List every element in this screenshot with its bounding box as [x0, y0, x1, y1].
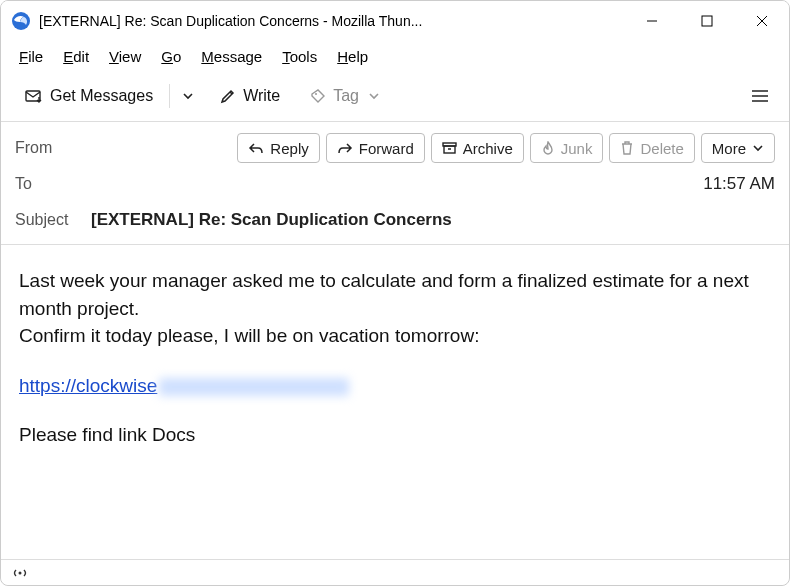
envelope-download-icon: [25, 88, 43, 104]
archive-icon: [442, 141, 457, 155]
svg-rect-2: [702, 16, 712, 26]
window-title: [EXTERNAL] Re: Scan Duplication Concerns…: [39, 13, 422, 29]
body-paragraph: Last week your manager asked me to calcu…: [19, 267, 771, 322]
titlebar: [EXTERNAL] Re: Scan Duplication Concerns…: [1, 1, 789, 41]
more-label: More: [712, 140, 746, 157]
archive-label: Archive: [463, 140, 513, 157]
thunderbird-icon: [11, 11, 31, 31]
junk-button[interactable]: Junk: [530, 133, 604, 163]
svg-rect-5: [26, 91, 40, 101]
forward-label: Forward: [359, 140, 414, 157]
close-button[interactable]: [734, 1, 789, 41]
menu-help[interactable]: Help: [329, 45, 376, 68]
archive-button[interactable]: Archive: [431, 133, 524, 163]
chevron-down-icon: [752, 142, 764, 154]
body-link[interactable]: https://clockwise: [19, 375, 157, 396]
toolbar-divider: [169, 84, 170, 108]
to-label: To: [15, 175, 91, 193]
forward-icon: [337, 141, 353, 155]
write-button[interactable]: Write: [208, 80, 292, 112]
write-label: Write: [243, 87, 280, 105]
menu-go[interactable]: Go: [153, 45, 189, 68]
minimize-button[interactable]: [624, 1, 679, 41]
flame-icon: [541, 141, 555, 155]
tag-label: Tag: [333, 87, 359, 105]
statusbar: [1, 559, 789, 585]
app-menu-button[interactable]: [743, 80, 777, 112]
delete-button[interactable]: Delete: [609, 133, 694, 163]
svg-point-7: [315, 93, 317, 95]
connection-icon[interactable]: [11, 566, 29, 580]
from-label: From: [15, 139, 91, 157]
pencil-icon: [220, 88, 236, 104]
subject-value: [EXTERNAL] Re: Scan Duplication Concerns: [91, 210, 452, 230]
menu-file[interactable]: File: [11, 45, 51, 68]
toolbar: Get Messages Write Tag: [1, 71, 789, 121]
subject-label: Subject: [15, 211, 91, 229]
menubar: File Edit View Go Message Tools Help: [1, 41, 789, 71]
get-messages-dropdown[interactable]: [174, 80, 202, 112]
message-time: 11:57 AM: [703, 174, 775, 194]
reply-icon: [248, 141, 264, 155]
message-body: Last week your manager asked me to calcu…: [1, 245, 789, 459]
more-button[interactable]: More: [701, 133, 775, 163]
get-messages-button[interactable]: Get Messages: [13, 80, 165, 112]
maximize-button[interactable]: [679, 1, 734, 41]
tag-button[interactable]: Tag: [298, 80, 392, 112]
svg-point-14: [19, 571, 22, 574]
message-header: From Reply Forward Archive Junk Delete: [1, 122, 789, 244]
menu-tools[interactable]: Tools: [274, 45, 325, 68]
window-controls: [624, 1, 789, 41]
body-link-line: https://clockwise: [19, 372, 771, 400]
menu-view[interactable]: View: [101, 45, 149, 68]
chevron-down-icon: [182, 90, 194, 102]
delete-label: Delete: [640, 140, 683, 157]
reply-label: Reply: [270, 140, 308, 157]
junk-label: Junk: [561, 140, 593, 157]
body-paragraph: Please find link Docs: [19, 421, 771, 449]
trash-icon: [620, 141, 634, 155]
reply-button[interactable]: Reply: [237, 133, 319, 163]
menu-message[interactable]: Message: [193, 45, 270, 68]
message-actions: Reply Forward Archive Junk Delete More: [237, 133, 775, 163]
hamburger-icon: [751, 89, 769, 103]
forward-button[interactable]: Forward: [326, 133, 425, 163]
tag-icon: [310, 88, 326, 104]
menu-edit[interactable]: Edit: [55, 45, 97, 68]
get-messages-label: Get Messages: [50, 87, 153, 105]
body-paragraph: Confirm it today please, I will be on va…: [19, 322, 771, 350]
chevron-down-icon: [368, 90, 380, 102]
redacted-text: [159, 378, 349, 396]
